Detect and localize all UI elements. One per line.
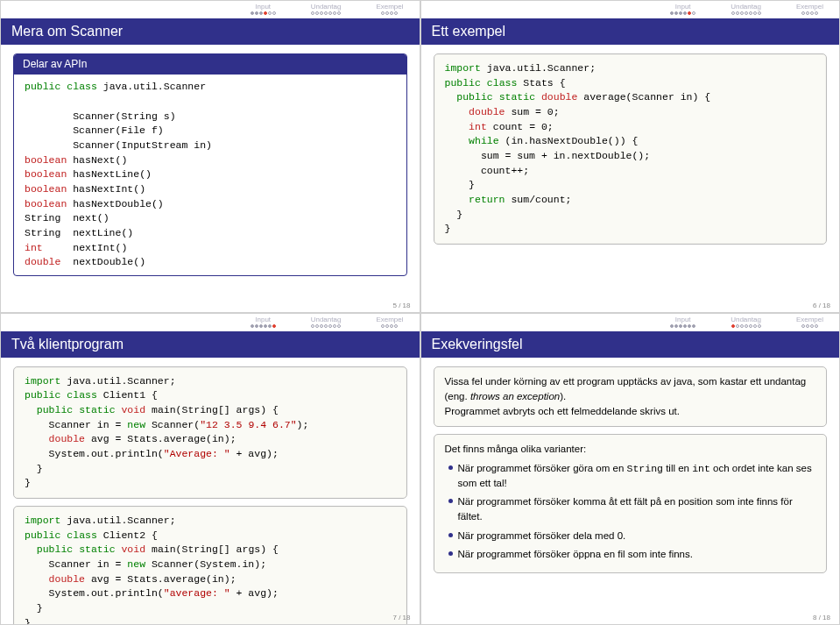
nav-bar: Input Undantag Exempel — [421, 314, 840, 331]
list-item: När programmet försöker komma åt ett fäl… — [448, 494, 816, 525]
slide-content: Vissa fel under körning av ett program u… — [421, 358, 840, 625]
slide-title: Mera om Scanner — [1, 18, 420, 45]
slide-title: Ett exempel — [421, 18, 840, 45]
slide-4: Input Undantag Exempel Exekveringsfel Vi… — [420, 313, 841, 626]
nav-label: Input — [255, 316, 271, 323]
slide-content: Delar av APIn public class java.util.Sca… — [1, 45, 420, 312]
para: Vissa fel under körning av ett program u… — [445, 376, 807, 401]
api-block: Delar av APIn public class java.util.Sca… — [13, 53, 407, 276]
nav-exempel[interactable]: Exempel — [376, 3, 403, 15]
slide-content: import java.util.Scanner; public class S… — [421, 45, 840, 312]
nav-label: Input — [675, 3, 691, 11]
nav-undantag[interactable]: Undantag — [311, 3, 342, 15]
nav-label: Exempel — [376, 3, 403, 11]
slide-3: Input Undantag Exempel Två klientprogram… — [0, 313, 420, 626]
list-item: När programmet försöker öppna en fil som… — [448, 547, 816, 562]
pager: 7 / 18 — [392, 614, 410, 621]
code-block-2: import java.util.Scanner; public class C… — [13, 506, 407, 625]
pager: 6 / 18 — [813, 302, 830, 309]
nav-label: Exempel — [796, 316, 823, 323]
nav-input[interactable]: Input — [670, 3, 695, 15]
nav-label: Undantag — [731, 3, 761, 11]
nav-bar: Input Undantag Exempel — [1, 314, 420, 331]
slide-1: Input Undantag Exempel Mera om Scanner D… — [0, 0, 420, 313]
nav-undantag[interactable]: Undantag — [731, 3, 761, 15]
pager: 5 / 18 — [392, 302, 410, 309]
bullet-list: När programmet försöker göra om en Strin… — [445, 461, 816, 563]
pager: 8 / 18 — [813, 614, 830, 621]
nav-label: Undantag — [311, 3, 342, 11]
para: Programmet avbryts och ett felmeddelande… — [445, 406, 680, 416]
nav-label: Undantag — [311, 316, 342, 323]
nav-bar: Input Undantag Exempel — [1, 1, 420, 18]
nav-label: Input — [255, 3, 271, 11]
slide-title: Exekveringsfel — [421, 331, 840, 358]
nav-exempel[interactable]: Exempel — [796, 316, 823, 328]
nav-label: Input — [675, 316, 691, 323]
nav-label: Undantag — [731, 316, 761, 323]
nav-undantag[interactable]: Undantag — [311, 316, 342, 328]
nav-input[interactable]: Input — [251, 316, 276, 328]
nav-input[interactable]: Input — [251, 3, 276, 15]
nav-input[interactable]: Input — [670, 316, 695, 328]
slide-2: Input Undantag Exempel Ett exempel impor… — [420, 0, 841, 313]
nav-exempel[interactable]: Exempel — [376, 316, 403, 328]
code-block: public class java.util.Scanner Scanner(S… — [14, 75, 406, 275]
list-item: När programmet försöker dela med 0. — [448, 529, 816, 543]
code-block-1: import java.util.Scanner; public class C… — [13, 366, 407, 499]
info-box-1: Vissa fel under körning av ett program u… — [434, 366, 828, 428]
block-title: Delar av APIn — [14, 54, 406, 75]
slide-title: Två klientprogram — [1, 331, 420, 358]
nav-undantag[interactable]: Undantag — [731, 316, 761, 328]
nav-exempel[interactable]: Exempel — [796, 3, 823, 15]
intro: Det finns många olika varianter: — [445, 444, 587, 454]
nav-bar: Input Undantag Exempel — [421, 1, 840, 18]
slide-content: import java.util.Scanner; public class C… — [1, 358, 420, 626]
nav-label: Exempel — [376, 316, 403, 323]
info-box-2: Det finns många olika varianter: När pro… — [434, 434, 828, 573]
list-item: När programmet försöker göra om en Strin… — [448, 461, 816, 492]
nav-label: Exempel — [796, 3, 823, 11]
code-block: import java.util.Scanner; public class S… — [434, 53, 828, 245]
